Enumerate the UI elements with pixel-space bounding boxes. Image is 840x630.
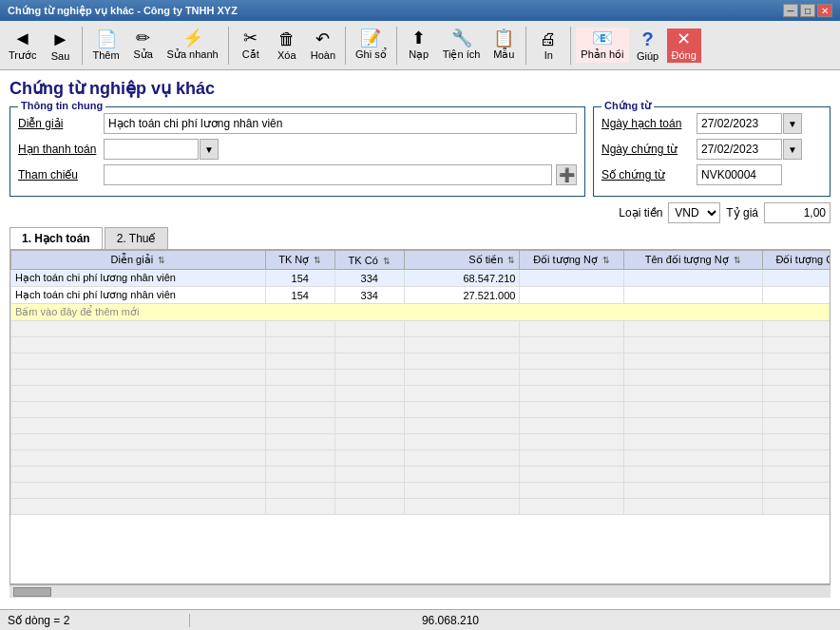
empty-cell <box>762 337 830 353</box>
load-icon: ⬆ <box>411 29 426 47</box>
tygia-input[interactable] <box>764 202 830 223</box>
print-label: In <box>544 49 553 61</box>
table-cell[interactable]: 154 <box>265 270 334 287</box>
col-header-tkno[interactable]: TK Nợ ⇅ <box>265 251 334 270</box>
col-header-tendtno[interactable]: Tên đối tượng Nợ ⇅ <box>623 251 762 270</box>
util-button[interactable]: 🔧 Tiện ích <box>438 28 486 63</box>
table-cell[interactable] <box>762 270 830 287</box>
ngayhachtoan-dropdown[interactable]: ▼ <box>783 113 802 134</box>
empty-cell <box>404 467 520 483</box>
new-row-label[interactable]: Bấm vào đây để thêm mới <box>11 304 831 321</box>
edit-button[interactable]: ✏ Sửa <box>126 28 161 63</box>
table-cell[interactable] <box>520 270 623 287</box>
help-icon: ? <box>641 29 653 48</box>
col-header-diegiaitai[interactable]: Diễn giải ⇅ <box>11 251 266 270</box>
forward-button[interactable]: ► Sau <box>43 28 77 64</box>
table-row[interactable]: Hạch toán chi phí lương nhân viên1543342… <box>11 287 831 304</box>
table-new-row[interactable]: Bấm vào đây để thêm mới <box>11 304 831 321</box>
titlebar-controls: ─ □ ✕ <box>783 4 832 17</box>
sochungthu-input[interactable] <box>697 164 782 185</box>
section-thongtin: Thông tin chung Diễn giải Hạn thanh toán… <box>10 106 585 197</box>
diengtiai-input[interactable] <box>104 113 577 134</box>
close-label: Đóng <box>672 49 697 61</box>
empty-cell <box>520 386 623 402</box>
close-window-button[interactable]: ✕ <box>817 4 832 17</box>
minimize-button[interactable]: ─ <box>783 4 798 17</box>
table-cell[interactable]: 154 <box>265 287 334 304</box>
hanthanhtoan-row: Hạn thanh toán ▼ <box>18 139 577 160</box>
table-cell[interactable]: Hạch toán chi phí lương nhân viên <box>11 270 266 287</box>
feedback-button[interactable]: 📧 Phản hồi <box>576 28 628 63</box>
empty-cell <box>265 450 334 467</box>
col-header-dtno[interactable]: Đối tượng Nợ ⇅ <box>520 251 623 270</box>
cancel-button[interactable]: ↶ Hoàn <box>306 29 340 63</box>
table-cell[interactable] <box>623 270 762 287</box>
sort-icon-tkno: ⇅ <box>314 256 321 265</box>
new-icon: 📄 <box>96 30 117 48</box>
col-header-tkco[interactable]: TK Có ⇅ <box>334 251 404 270</box>
post-button[interactable]: 📝 Ghi sổ <box>351 28 391 63</box>
toolbar: ◄ Trước ► Sau 📄 Thêm ✏ Sửa ⚡ Sửa nhanh ✂… <box>0 21 840 70</box>
empty-cell <box>404 418 520 434</box>
hanthanhtoan-input[interactable] <box>104 139 199 160</box>
empty-cell <box>623 499 762 515</box>
post-label: Ghi sổ <box>355 48 387 61</box>
forward-icon: ► <box>51 29 70 48</box>
help-button[interactable]: ? Giúp <box>631 28 665 64</box>
delete-button[interactable]: 🗑 Xóa <box>270 29 304 63</box>
col-header-dtco[interactable]: Đối tượng Có ⇅ <box>762 251 830 270</box>
ngaychungthu-label: Ngày chứng từ <box>601 143 697 156</box>
empty-cell <box>265 467 334 483</box>
table-cell[interactable] <box>623 287 762 304</box>
table-cell[interactable]: 68.547.210 <box>404 270 520 287</box>
tab-hachtoan[interactable]: 1. Hạch toán <box>10 227 103 249</box>
empty-cell <box>404 386 520 402</box>
empty-cell <box>623 483 762 499</box>
empty-cell <box>762 450 830 467</box>
table-empty-row <box>11 483 831 499</box>
table-cell[interactable] <box>520 287 623 304</box>
table-row[interactable]: Hạch toán chi phí lương nhân viên1543346… <box>11 270 831 287</box>
empty-cell <box>265 353 334 370</box>
empty-cell <box>762 386 830 402</box>
back-button[interactable]: ◄ Trước <box>4 27 41 64</box>
empty-cell <box>762 467 830 483</box>
load-button[interactable]: ⬆ Nạp <box>402 28 436 63</box>
table-cell[interactable]: 334 <box>334 270 404 287</box>
tygia-label: Tỷ giá <box>726 206 758 220</box>
horizontal-scrollbar[interactable] <box>10 584 830 598</box>
empty-cell <box>762 370 830 386</box>
table-cell[interactable] <box>762 287 830 304</box>
empty-cell <box>520 402 623 418</box>
empty-cell <box>334 483 404 499</box>
close-button[interactable]: ✕ Đóng <box>667 29 701 63</box>
ngaychungthu-input[interactable] <box>697 139 782 160</box>
loaitien-select[interactable]: VND USD EUR <box>668 202 720 223</box>
empty-cell <box>762 402 830 418</box>
cut-button[interactable]: ✂ Cắt <box>234 28 268 63</box>
hanthanhtoan-dropdown[interactable]: ▼ <box>200 139 219 160</box>
thamchieu-add-button[interactable]: ➕ <box>556 164 577 185</box>
template-icon: 📋 <box>493 29 514 47</box>
ngaychungthu-dropdown[interactable]: ▼ <box>783 139 802 160</box>
quick-edit-button[interactable]: ⚡ Sửa nhanh <box>162 28 223 63</box>
maximize-button[interactable]: □ <box>800 4 815 17</box>
empty-cell <box>520 321 623 337</box>
hanthanhtoan-label: Hạn thanh toán <box>18 143 104 156</box>
table-cell[interactable]: Hạch toán chi phí lương nhân viên <box>11 287 266 304</box>
print-button[interactable]: 🖨 In <box>531 29 565 63</box>
new-button[interactable]: 📄 Thêm <box>87 29 124 63</box>
hscroll-thumb[interactable] <box>13 587 51 597</box>
data-table-container[interactable]: Diễn giải ⇅ TK Nợ ⇅ TK Có ⇅ Số tiền <box>10 249 830 584</box>
tab-thue[interactable]: 2. Thuế <box>105 227 168 249</box>
table-cell[interactable]: 27.521.000 <box>404 287 520 304</box>
empty-cell <box>334 402 404 418</box>
table-cell[interactable]: 334 <box>334 287 404 304</box>
ngayhachtoan-input[interactable] <box>697 113 782 134</box>
empty-cell <box>11 337 266 353</box>
back-label: Trước <box>9 49 36 62</box>
col-header-sotien[interactable]: Số tiền ⇅ <box>404 251 520 270</box>
table-empty-row <box>11 353 831 370</box>
thamchieu-input[interactable] <box>104 164 552 185</box>
template-button[interactable]: 📋 Mẫu <box>487 28 521 63</box>
